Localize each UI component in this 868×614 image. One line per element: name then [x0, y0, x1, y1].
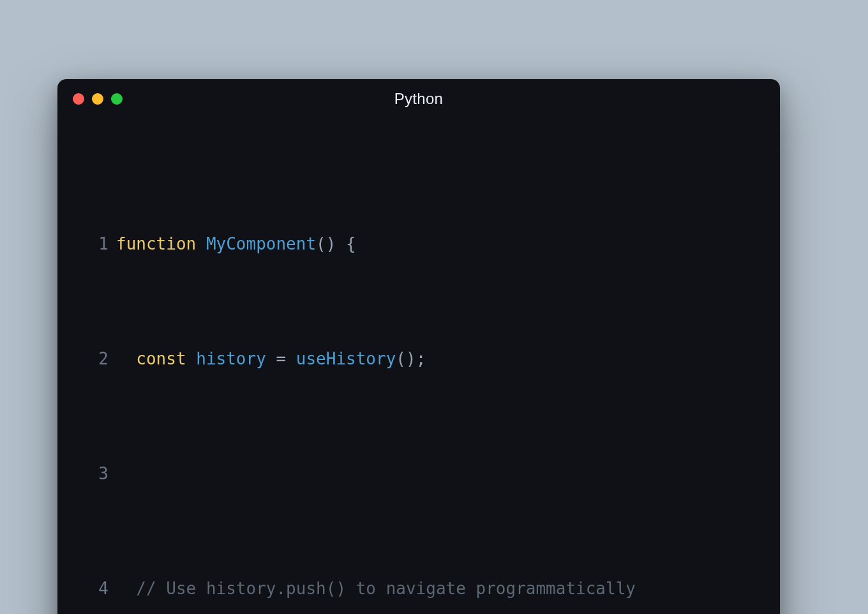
code-line: 2 const history = useHistory(); [83, 347, 754, 370]
code-content: const history = useHistory(); [116, 347, 754, 370]
code-window: Python 1 function MyComponent() { 2 cons… [57, 79, 780, 614]
code-content: function MyComponent() { [116, 232, 754, 255]
line-number: 2 [83, 347, 108, 370]
line-number: 3 [83, 462, 108, 485]
line-number: 1 [83, 232, 108, 255]
code-line: 3 [83, 462, 754, 485]
titlebar: Python [57, 79, 780, 119]
window-controls [73, 93, 123, 105]
minimize-icon[interactable] [92, 93, 103, 105]
code-line: 4 // Use history.push() to navigate prog… [83, 577, 754, 600]
code-editor[interactable]: 1 function MyComponent() { 2 const histo… [57, 119, 780, 614]
code-content: // Use history.push() to navigate progra… [116, 577, 754, 600]
close-icon[interactable] [73, 93, 84, 105]
code-line: 1 function MyComponent() { [83, 232, 754, 255]
zoom-icon[interactable] [111, 93, 123, 105]
window-title: Python [394, 90, 444, 108]
line-number: 4 [83, 577, 108, 600]
